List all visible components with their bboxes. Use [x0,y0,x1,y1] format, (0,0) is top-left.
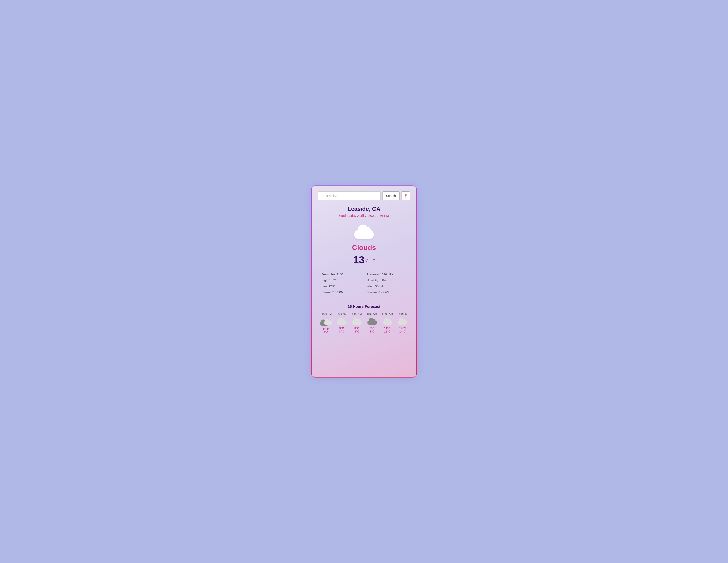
forecast-row: 11:00 PM 11°C 9°C 2:00 AM 9°C 8°C 5:00 A… [318,313,410,334]
forecast-low: 8°C [339,330,344,333]
temperature-value: 13 [353,254,364,265]
forecast-high: 9°C [339,327,344,330]
cloud-icon [352,224,376,239]
forecast-high: 11°C [384,327,390,330]
forecast-item: 8:00 AM 8°C 8°C [366,313,378,333]
forecast-temps: 11°C 9°C [323,328,329,334]
forecast-time: 11:00 PM [320,313,332,316]
forecast-item: 2:00 AM 9°C 8°C [336,313,347,333]
forecast-time: 5:00 AM [352,313,362,316]
forecast-high: 14°C [399,327,406,330]
location-button[interactable]: 📍 [401,191,410,200]
feels-like: Feels Like: 11°C [321,272,361,276]
temp-unit: °C | °F [364,259,375,263]
sunrise: Sunrise: 6:47 AM [367,290,407,295]
forecast-item: 5:00 AM 8°C 8°C [351,313,363,333]
high-temp: High: 14°C [321,278,361,283]
section-divider [320,300,408,300]
low-temp: Low: 12°C [321,284,361,289]
forecast-cloud-icon [351,317,363,325]
forecast-high: 8°C [370,327,375,330]
weather-condition-label: Clouds [318,243,410,252]
sunset: Sunset: 7:50 PM [321,290,361,295]
forecast-low: 14°C [399,330,406,333]
forecast-time: 2:00 AM [337,313,346,316]
forecast-temps: 9°C 8°C [339,327,344,333]
forecast-item: 11:00 AM 11°C 11°C [382,313,393,333]
forecast-temps: 8°C 8°C [370,327,375,333]
forecast-cloud-icon [397,317,408,325]
forecast-cloud-icon [320,317,332,326]
forecast-item: 2:00 PM 14°C 14°C [397,313,408,333]
forecast-low: 8°C [370,330,375,333]
pressure: Pressure: 1016 hPa [367,272,407,276]
search-row: Search 📍 [318,191,410,200]
humidity: Humidity: 41% [367,278,407,283]
forecast-cloud-icon [336,317,347,325]
weather-details: Feels Like: 11°C Pressure: 1016 hPa High… [321,272,407,295]
forecast-low: 9°C [323,331,329,334]
date-time: Wednesday April 7, 2021 9:36 PM [318,214,410,217]
wind: Wind: 3/KmH [367,284,407,289]
forecast-time: 8:00 AM [367,313,377,316]
forecast-temps: 8°C 8°C [355,327,359,333]
forecast-low: 8°C [355,330,359,333]
location-pin-icon: 📍 [403,194,408,198]
forecast-high: 11°C [323,328,329,331]
forecast-temps: 14°C 14°C [399,327,406,333]
city-name: Leaside, CA [318,205,410,212]
forecast-low: 11°C [384,330,390,333]
forecast-cloud-icon [366,317,378,325]
forecast-cloud-icon [382,317,393,325]
weather-icon-container [318,224,410,239]
forecast-temps: 11°C 11°C [384,327,390,333]
forecast-time: 2:00 PM [398,313,407,316]
weather-card: Search 📍 Leaside, CA Wednesday April 7, … [311,185,417,378]
forecast-item: 11:00 PM 11°C 9°C [320,313,332,334]
forecast-high: 8°C [355,327,359,330]
search-button[interactable]: Search [382,191,400,200]
forecast-title: 16 Hours Forecast [318,305,410,309]
temperature-row: 13°C | °F [318,254,410,266]
forecast-time: 11:00 AM [382,313,393,316]
city-search-input[interactable] [318,191,381,200]
